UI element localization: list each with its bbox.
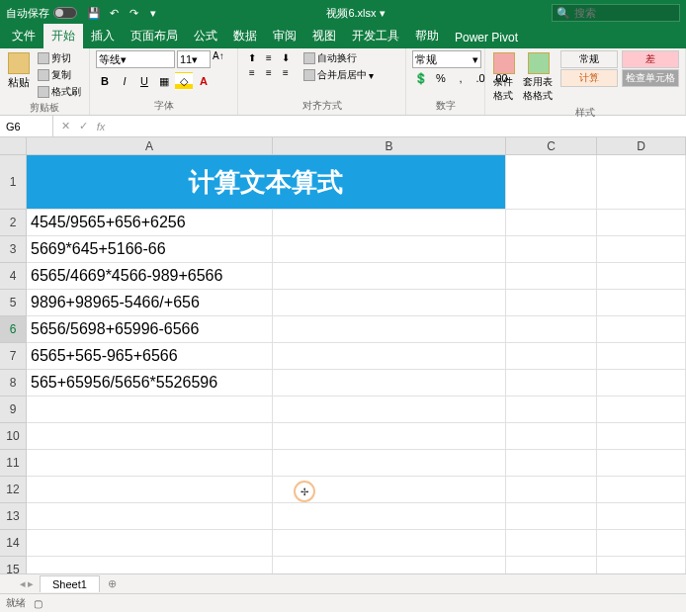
style-check[interactable]: 检查单元格 xyxy=(622,69,679,87)
cell-C5[interactable] xyxy=(506,290,597,316)
autosave-toggle[interactable]: 自动保存 xyxy=(6,6,77,21)
cancel-icon[interactable]: ✕ xyxy=(57,119,73,134)
cell-A10[interactable] xyxy=(27,423,273,450)
border-button[interactable]: ▦ xyxy=(155,72,173,90)
tab-help[interactable]: 帮助 xyxy=(407,24,447,48)
tab-file[interactable]: 文件 xyxy=(4,24,43,48)
number-format-select[interactable]: 常规▾ xyxy=(412,50,481,68)
row-header-6[interactable]: 6 xyxy=(0,316,27,343)
cell-B11[interactable] xyxy=(273,450,506,477)
currency-icon[interactable]: 💲 xyxy=(412,70,430,86)
cell-C1[interactable] xyxy=(506,155,597,210)
name-box[interactable]: G6 xyxy=(0,116,53,136)
cell-A2[interactable]: 4545/9565+656+6256 xyxy=(27,210,273,236)
col-header-A[interactable]: A xyxy=(27,137,273,155)
tab-formulas[interactable]: 公式 xyxy=(186,24,225,48)
align-right-icon[interactable]: ≡ xyxy=(278,65,294,79)
search-input[interactable] xyxy=(574,7,673,19)
cell-C15[interactable] xyxy=(506,557,597,573)
redo-icon[interactable]: ↷ xyxy=(127,6,140,20)
paste-button[interactable]: 粘贴 xyxy=(6,50,32,92)
fx-icon[interactable]: fx xyxy=(93,119,109,134)
copy-button[interactable]: 复制 xyxy=(36,67,83,83)
cell-A5[interactable]: 9896+98965-5466/+656 xyxy=(27,290,273,316)
row-header-12[interactable]: 12 xyxy=(0,477,27,503)
merged-header-cell[interactable]: 计算文本算式 xyxy=(27,155,506,210)
row-header-7[interactable]: 7 xyxy=(0,343,27,370)
cut-button[interactable]: 剪切 xyxy=(36,50,83,66)
cell-D2[interactable] xyxy=(597,210,686,236)
col-header-C[interactable]: C xyxy=(506,137,597,155)
cell-C3[interactable] xyxy=(506,236,597,263)
cell-C12[interactable] xyxy=(506,477,597,503)
align-center-icon[interactable]: ≡ xyxy=(261,65,277,79)
tab-powerpivot[interactable]: Power Pivot xyxy=(447,27,526,48)
cell-A4[interactable]: 6565/4669*4566-989+6566 xyxy=(27,263,273,290)
search-box[interactable]: 🔍 xyxy=(552,4,680,22)
cell-C10[interactable] xyxy=(506,423,597,450)
record-macro-icon[interactable]: ▢ xyxy=(34,598,43,609)
row-header-14[interactable]: 14 xyxy=(0,530,27,557)
cell-B9[interactable] xyxy=(273,396,506,423)
wrap-text-button[interactable]: 自动换行 xyxy=(301,50,376,66)
row-header-2[interactable]: 2 xyxy=(0,210,27,236)
align-bottom-icon[interactable]: ⬇ xyxy=(278,50,294,64)
row-header-15[interactable]: 15 xyxy=(0,557,27,573)
font-name-select[interactable]: 等线 ▾ xyxy=(96,50,175,68)
row-header-13[interactable]: 13 xyxy=(0,503,27,530)
row-header-5[interactable]: 5 xyxy=(0,290,27,316)
row-header-1[interactable]: 1 xyxy=(0,155,27,210)
fill-color-button[interactable]: ◇ xyxy=(175,72,193,90)
cell-A12[interactable] xyxy=(27,477,273,503)
cell-D11[interactable] xyxy=(597,450,686,477)
cell-D9[interactable] xyxy=(597,396,686,423)
toggle-off-icon[interactable] xyxy=(53,7,77,19)
cell-B15[interactable] xyxy=(273,557,506,573)
bold-button[interactable]: B xyxy=(96,72,114,90)
cell-A8[interactable]: 565+65956/5656*5526596 xyxy=(27,370,273,396)
tab-view[interactable]: 视图 xyxy=(304,24,344,48)
cell-C7[interactable] xyxy=(506,343,597,370)
cell-C13[interactable] xyxy=(506,503,597,530)
underline-button[interactable]: U xyxy=(135,72,153,90)
col-header-B[interactable]: B xyxy=(273,137,506,155)
cell-C4[interactable] xyxy=(506,263,597,290)
cell-C2[interactable] xyxy=(506,210,597,236)
font-size-select[interactable]: 11 ▾ xyxy=(177,50,211,68)
cell-D10[interactable] xyxy=(597,423,686,450)
document-title[interactable]: 视频6.xlsx ▾ xyxy=(160,6,552,21)
cell-B6[interactable] xyxy=(273,316,506,343)
merge-center-button[interactable]: 合并后居中 ▾ xyxy=(301,67,376,83)
row-header-9[interactable]: 9 xyxy=(0,396,27,423)
cell-D14[interactable] xyxy=(597,530,686,557)
save-icon[interactable]: 💾 xyxy=(87,6,101,20)
font-color-button[interactable]: A xyxy=(195,72,213,90)
col-header-D[interactable]: D xyxy=(597,137,686,155)
cell-A3[interactable]: 5669*645+5166-66 xyxy=(27,236,273,263)
cell-A15[interactable] xyxy=(27,557,273,573)
cell-D6[interactable] xyxy=(597,316,686,343)
cell-D1[interactable] xyxy=(597,155,686,210)
tab-page-layout[interactable]: 页面布局 xyxy=(123,24,186,48)
style-normal[interactable]: 常规 xyxy=(560,50,618,68)
format-painter-button[interactable]: 格式刷 xyxy=(36,84,83,100)
cell-A9[interactable] xyxy=(27,396,273,423)
cell-C11[interactable] xyxy=(506,450,597,477)
tab-developer[interactable]: 开发工具 xyxy=(344,24,407,48)
cell-A13[interactable] xyxy=(27,503,273,530)
cell-C14[interactable] xyxy=(506,530,597,557)
percent-icon[interactable]: % xyxy=(432,70,450,86)
row-header-11[interactable]: 11 xyxy=(0,450,27,477)
cell-B13[interactable] xyxy=(273,503,506,530)
tab-review[interactable]: 审阅 xyxy=(265,24,304,48)
style-bad[interactable]: 差 xyxy=(622,50,679,68)
row-header-8[interactable]: 8 xyxy=(0,370,27,396)
comma-icon[interactable]: , xyxy=(452,70,470,86)
tab-insert[interactable]: 插入 xyxy=(83,24,123,48)
style-calc[interactable]: 计算 xyxy=(560,69,618,87)
cell-A7[interactable]: 6565+565-965+6566 xyxy=(27,343,273,370)
cell-B4[interactable] xyxy=(273,263,506,290)
tab-home[interactable]: 开始 xyxy=(43,24,83,48)
cell-C8[interactable] xyxy=(506,370,597,396)
cell-D8[interactable] xyxy=(597,370,686,396)
